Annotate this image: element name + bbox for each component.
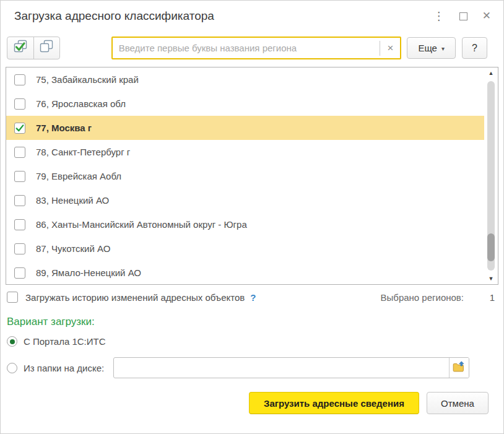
radio-portal-label: С Портала 1С:ИТС: [24, 336, 106, 347]
list-item[interactable]: 75, Забайкальский край: [6, 67, 498, 92]
list-item[interactable]: 86, Ханты-Мансийский Автономный округ - …: [6, 212, 498, 237]
region-search-field: ×: [111, 37, 402, 59]
region-checkbox[interactable]: [14, 74, 25, 85]
history-row: Загружать историю изменений адресных объ…: [7, 292, 495, 303]
folder-path-input[interactable]: [114, 363, 449, 373]
chevron-down-icon: ▾: [441, 44, 445, 52]
scroll-down-icon[interactable]: ▼: [484, 273, 498, 284]
radio-folder[interactable]: [7, 363, 17, 373]
help-button[interactable]: ?: [462, 37, 487, 59]
clear-search-icon[interactable]: ×: [380, 42, 400, 54]
deselect-all-icon: [38, 39, 54, 57]
selected-regions-label: Выбрано регионов:: [381, 292, 464, 303]
list-item[interactable]: 79, Еврейская Аобл: [6, 164, 498, 188]
select-all-button[interactable]: [7, 37, 33, 59]
selection-button-group: [7, 37, 60, 59]
select-all-icon: [12, 39, 28, 57]
region-label: 79, Еврейская Аобл: [36, 171, 121, 181]
region-label: 78, Санкт-Петербург г: [36, 147, 130, 157]
region-label: 75, Забайкальский край: [36, 74, 139, 85]
list-item[interactable]: 87, Чукотский АО: [6, 237, 498, 261]
list-item[interactable]: 77, Москва г: [6, 116, 498, 140]
toolbar: × Еще ▾ ?: [7, 37, 487, 59]
browse-folder-button[interactable]: [450, 358, 469, 378]
help-button-label: ?: [472, 43, 477, 54]
region-checkbox[interactable]: [14, 98, 25, 110]
radio-portal[interactable]: [7, 336, 17, 347]
region-list: 75, Забайкальский край76, Ярославская об…: [6, 67, 484, 284]
region-list-box: 75, Забайкальский край76, Ярославская об…: [6, 67, 498, 285]
radio-folder-label: Из папки на диске:: [24, 363, 104, 373]
scrollbar-thumb[interactable]: [487, 233, 495, 261]
region-label: 77, Москва г: [36, 123, 92, 133]
load-variant-heading: Вариант загрузки:: [7, 316, 503, 328]
folder-open-icon: [453, 361, 466, 375]
load-history-checkbox[interactable]: [7, 292, 18, 303]
window-menu-icon[interactable]: ⋮: [433, 11, 445, 22]
region-checkbox[interactable]: [14, 195, 25, 206]
load-address-data-label: Загрузить адресные сведения: [264, 398, 404, 409]
deselect-all-button[interactable]: [33, 37, 59, 59]
region-label: 89, Ямало-Ненецкий АО: [36, 267, 141, 278]
region-checkbox[interactable]: [14, 147, 25, 158]
cancel-button-label: Отмена: [441, 398, 474, 409]
load-address-data-button[interactable]: Загрузить адресные сведения: [249, 392, 419, 414]
folder-path-field: [113, 357, 469, 378]
close-icon[interactable]: ✕: [482, 11, 491, 21]
list-item[interactable]: 76, Ярославская обл: [6, 92, 498, 116]
scroll-up-icon[interactable]: ▲: [484, 67, 498, 79]
footer: Загрузить адресные сведения Отмена: [1, 392, 489, 414]
search-input[interactable]: [113, 43, 380, 53]
region-label: 76, Ярославская обл: [36, 98, 126, 109]
page-title: Загрузка адресного классификатора: [14, 9, 214, 23]
titlebar: Загрузка адресного классификатора ⋮ ✕: [1, 1, 503, 23]
list-item[interactable]: 83, Ненецкий АО: [6, 188, 498, 212]
dialog-load-address-classifier: Загрузка адресного классификатора ⋮ ✕: [0, 0, 504, 434]
maximize-icon[interactable]: [459, 12, 467, 20]
selected-regions-value: 1: [489, 292, 495, 303]
scrollbar-track[interactable]: [487, 81, 495, 271]
region-checkbox[interactable]: [14, 267, 25, 279]
more-button[interactable]: Еще ▾: [407, 37, 456, 59]
region-checkbox[interactable]: [14, 219, 25, 230]
cancel-button[interactable]: Отмена: [427, 392, 489, 414]
list-item[interactable]: 78, Санкт-Петербург г: [6, 140, 498, 164]
window-controls: ⋮ ✕: [433, 9, 491, 22]
region-checkbox[interactable]: [14, 243, 25, 254]
radio-option-folder[interactable]: Из папки на диске:: [7, 357, 503, 378]
region-checkbox[interactable]: [14, 171, 25, 182]
radio-option-portal[interactable]: С Портала 1С:ИТС: [7, 336, 503, 347]
vertical-scrollbar[interactable]: ▲ ▼: [484, 67, 498, 284]
load-history-label[interactable]: Загружать историю изменений адресных объ…: [25, 292, 245, 303]
region-label: 86, Ханты-Мансийский Автономный округ - …: [36, 219, 247, 230]
more-button-label: Еще: [418, 43, 437, 53]
region-checkbox-checked[interactable]: [14, 123, 25, 134]
history-help-icon[interactable]: ?: [250, 292, 256, 303]
list-item[interactable]: 89, Ямало-Ненецкий АО: [6, 261, 498, 285]
region-label: 87, Чукотский АО: [36, 243, 110, 254]
region-label: 83, Ненецкий АО: [36, 195, 109, 206]
